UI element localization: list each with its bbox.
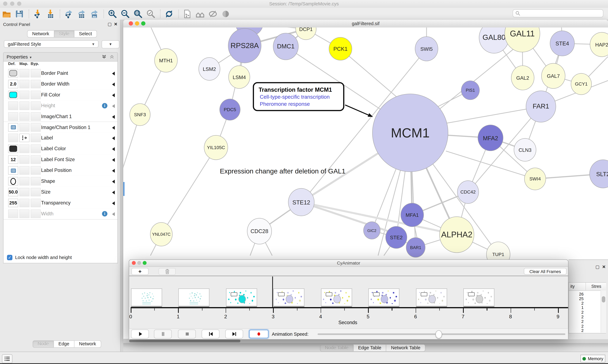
clear-all-frames-button[interactable]: Clear All Frames: [524, 268, 567, 275]
expand-row-icon[interactable]: [112, 104, 115, 108]
property-map-cell[interactable]: [19, 101, 29, 110]
expand-row-icon[interactable]: [112, 158, 115, 162]
export-image-button[interactable]: [89, 9, 99, 19]
tab-node[interactable]: Node: [33, 340, 54, 348]
expand-row-icon[interactable]: [112, 201, 115, 205]
property-byp-cell[interactable]: [30, 144, 41, 153]
property-row-label[interactable]: Label: [3, 133, 117, 144]
zoom-fit-button[interactable]: [133, 9, 143, 19]
hide-details-button[interactable]: [208, 9, 218, 19]
property-byp-cell[interactable]: [30, 188, 41, 196]
property-map-cell[interactable]: [19, 134, 29, 142]
tab-network[interactable]: Network: [27, 30, 54, 38]
frame-thumbnail-2s[interactable]: [226, 288, 257, 307]
import-table-button[interactable]: [45, 9, 55, 19]
vertical-scrollbar-thumb[interactable]: [602, 296, 605, 302]
property-def-cell[interactable]: [8, 209, 18, 218]
node-ste12[interactable]: STE12: [288, 188, 315, 216]
property-row-image-chart-position-1[interactable]: Image/Chart Position 1: [3, 122, 117, 133]
property-map-cell[interactable]: [19, 69, 29, 78]
node-gcy1[interactable]: GCY1: [571, 73, 592, 95]
group-nodes-button[interactable]: [195, 9, 205, 19]
vertical-scrollbar[interactable]: [601, 290, 606, 333]
property-byp-cell[interactable]: [30, 69, 41, 78]
table-cell-value[interactable]: 2: [570, 301, 584, 305]
property-map-cell[interactable]: [19, 188, 29, 196]
node-rps28a[interactable]: RPS28A: [228, 28, 262, 63]
frame-thumbnail-6s[interactable]: [416, 288, 447, 307]
memory-button[interactable]: Memory: [580, 355, 605, 363]
close-panel-icon[interactable]: ✕: [602, 265, 606, 270]
expand-row-icon[interactable]: [112, 72, 115, 76]
property-byp-cell[interactable]: [30, 80, 41, 88]
property-def-cell[interactable]: [8, 166, 18, 175]
delete-frame-button[interactable]: [159, 268, 176, 275]
skip-start-button[interactable]: [202, 329, 220, 338]
property-row-shape[interactable]: Shape: [3, 176, 117, 187]
property-byp-cell[interactable]: [30, 199, 41, 207]
property-map-cell[interactable]: [19, 177, 29, 185]
network-file-button[interactable]: [182, 9, 192, 19]
property-def-cell[interactable]: [8, 177, 18, 185]
frame-thumbnail-5s[interactable]: [368, 288, 400, 307]
table-cell-value[interactable]: 25: [570, 296, 584, 301]
property-row-image-chart-1[interactable]: Image/Chart 1: [3, 111, 117, 122]
tab-style[interactable]: Style: [54, 30, 74, 38]
property-byp-cell[interactable]: [30, 101, 41, 110]
frame-thumbnail-1s[interactable]: [179, 288, 210, 307]
node-pck1[interactable]: PCK1: [329, 37, 352, 60]
float-panel-icon[interactable]: ▢: [595, 265, 599, 270]
table-cell-value[interactable]: 2: [570, 324, 584, 328]
style-selector[interactable]: galFiltered Style ▼: [4, 40, 98, 48]
property-def-cell[interactable]: 2.0: [8, 80, 18, 88]
node-cln3[interactable]: CLN3: [514, 138, 536, 161]
info-icon[interactable]: i: [102, 211, 107, 216]
expand-row-icon[interactable]: [112, 126, 115, 130]
property-byp-cell[interactable]: [30, 156, 41, 164]
property-byp-cell[interactable]: [30, 177, 41, 185]
cyanimator-titlebar[interactable]: CyAnimator: [129, 260, 568, 267]
property-map-cell[interactable]: [19, 80, 29, 88]
frame-thumbnail-3s[interactable]: [274, 288, 304, 307]
node-mfa1[interactable]: MFA1: [401, 203, 424, 227]
expand-row-icon[interactable]: [112, 82, 115, 86]
export-network-button[interactable]: [64, 9, 74, 19]
node-mcm1[interactable]: MCM1: [372, 94, 448, 172]
node-cdc28[interactable]: CDC28: [247, 218, 272, 245]
property-def-cell[interactable]: 12: [8, 156, 18, 164]
tab-select[interactable]: Select: [74, 30, 97, 38]
tab-network-table[interactable]: Network Table: [386, 344, 426, 352]
property-row-transparency[interactable]: 255Transparency: [3, 197, 117, 208]
save-session-button[interactable]: [14, 9, 25, 19]
property-def-cell[interactable]: [8, 134, 18, 142]
table-cell-value[interactable]: 2: [570, 314, 584, 319]
node-lsm4[interactable]: LSM4: [228, 65, 250, 89]
node-pdc5[interactable]: PDC5: [220, 99, 240, 120]
property-map-cell[interactable]: [19, 91, 29, 99]
property-byp-cell[interactable]: [30, 209, 41, 218]
property-def-cell[interactable]: [8, 101, 18, 110]
annotation-link-1[interactable]: Cell-type-specific transcription: [259, 94, 338, 100]
annotation-link-2[interactable]: Pheromone response: [259, 101, 338, 107]
property-def-cell[interactable]: 255: [8, 199, 18, 207]
node-lsm2[interactable]: LSM2: [199, 57, 220, 80]
play-button[interactable]: [131, 329, 149, 338]
tab-edge[interactable]: Edge: [54, 340, 74, 348]
node-dmc1[interactable]: DMC1: [273, 33, 299, 60]
expand-all-icon[interactable]: [102, 54, 107, 59]
animation-speed-handle[interactable]: [435, 330, 442, 338]
frame-thumbnail-0s[interactable]: [131, 288, 162, 307]
task-history-button[interactable]: [2, 354, 12, 363]
network-window-titlebar[interactable]: galFiltered.sif: [123, 20, 608, 28]
show-details-button[interactable]: [221, 9, 231, 19]
export-table-button[interactable]: [76, 9, 86, 19]
node-bar1[interactable]: BAR1: [406, 237, 425, 258]
zoom-selected-button[interactable]: [146, 9, 156, 19]
zoom-in-button[interactable]: [107, 9, 117, 19]
property-def-cell[interactable]: [8, 144, 18, 153]
property-def-cell[interactable]: [8, 112, 18, 121]
import-network-button[interactable]: [33, 9, 43, 19]
property-def-cell[interactable]: 50.0: [8, 188, 18, 196]
expand-row-icon[interactable]: [112, 169, 115, 173]
properties-title[interactable]: Properties: [7, 54, 28, 60]
